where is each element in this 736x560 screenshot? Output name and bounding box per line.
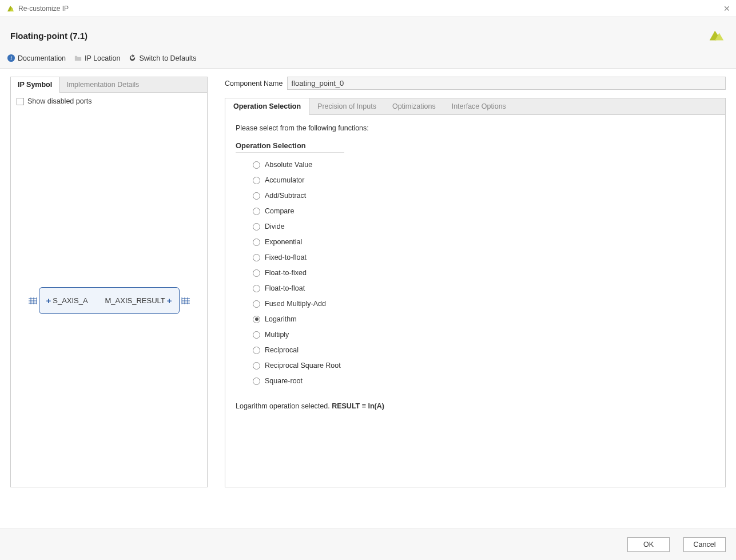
tab-operation-selection[interactable]: Operation Selection: [225, 98, 309, 115]
documentation-button[interactable]: i Documentation: [7, 54, 66, 62]
tab-ip-symbol[interactable]: IP Symbol: [11, 77, 59, 93]
radio-icon: [253, 239, 260, 246]
radio-icon: [253, 285, 260, 292]
radio-icon: [253, 347, 260, 354]
config-body: Please select from the following functio…: [225, 115, 725, 419]
switch-defaults-label: Switch to Defaults: [139, 54, 196, 62]
bus-rail-right-icon: [180, 296, 190, 306]
radio-icon: [253, 331, 260, 339]
right-panel: Component Name Operation Selection Preci…: [225, 77, 726, 487]
operation-label: Multiply: [265, 331, 289, 339]
svg-text:i: i: [10, 55, 12, 61]
radio-icon: [253, 378, 260, 385]
checkbox-icon: [17, 98, 24, 105]
switch-defaults-button[interactable]: Switch to Defaults: [128, 54, 196, 62]
operation-radio-square-root[interactable]: Square-root: [253, 377, 715, 385]
operation-label: Logarithm: [265, 315, 297, 323]
ip-block: + S_AXIS_A M_AXIS_RESULT +: [39, 287, 180, 314]
radio-icon: [253, 362, 260, 370]
operation-radio-accumulator[interactable]: Accumulator: [253, 176, 715, 184]
left-tabbar: IP Symbol Implementation Details: [11, 77, 207, 93]
operation-radio-fused-multiply-add[interactable]: Fused Multiply-Add: [253, 300, 715, 308]
operation-radio-compare[interactable]: Compare: [253, 207, 715, 215]
radio-icon: [253, 316, 260, 323]
radio-icon: [253, 161, 260, 169]
radio-icon: [253, 177, 260, 184]
bus-rail-left-icon: [29, 296, 39, 306]
component-name-input[interactable]: [287, 77, 726, 90]
operation-radio-reciprocal[interactable]: Reciprocal: [253, 346, 715, 354]
operation-radio-logarithm[interactable]: Logarithm: [253, 315, 715, 323]
tab-implementation-details[interactable]: Implementation Details: [59, 77, 146, 92]
ok-button[interactable]: OK: [627, 537, 670, 552]
footer: OK Cancel: [0, 529, 736, 560]
operation-label: Float-to-float: [265, 284, 305, 292]
refresh-icon: [128, 54, 137, 62]
operation-label: Divide: [265, 223, 285, 231]
operation-label: Accumulator: [265, 176, 304, 184]
operation-radio-multiply[interactable]: Multiply: [253, 331, 715, 339]
instruction-text: Please select from the following functio…: [236, 124, 715, 132]
operation-label: Exponential: [265, 238, 302, 246]
page-title: Floating-point (7.1): [10, 31, 87, 41]
config-panel: Operation Selection Precision of Inputs …: [225, 98, 726, 487]
operation-label: Absolute Value: [265, 161, 312, 169]
operation-label: Fused Multiply-Add: [265, 300, 326, 308]
operation-radio-divide[interactable]: Divide: [253, 223, 715, 231]
vendor-logo-icon: [707, 27, 726, 43]
titlebar: Re-customize IP ✕: [0, 0, 736, 17]
show-disabled-ports-label: Show disabled ports: [27, 97, 92, 105]
operation-label: Add/Subtract: [265, 192, 306, 200]
tab-optimizations[interactable]: Optimizations: [384, 98, 444, 114]
input-port[interactable]: + S_AXIS_A: [46, 296, 88, 305]
folder-icon: [74, 54, 82, 62]
expand-icon: +: [167, 296, 172, 305]
input-port-label: S_AXIS_A: [53, 296, 87, 305]
left-body: Show disabled ports + S_AXIS_A M_AXIS_RE…: [11, 93, 207, 487]
documentation-label: Documentation: [18, 54, 66, 62]
radio-icon: [253, 269, 260, 277]
operation-radio-exponential[interactable]: Exponential: [253, 238, 715, 246]
cancel-button[interactable]: Cancel: [683, 537, 726, 552]
radio-icon: [253, 223, 260, 231]
left-panel: IP Symbol Implementation Details Show di…: [10, 77, 208, 487]
radio-icon: [253, 192, 260, 200]
operation-label: Float-to-fixed: [265, 269, 307, 277]
window-title: Re-customize IP: [18, 5, 69, 13]
show-disabled-ports-checkbox[interactable]: Show disabled ports: [17, 97, 201, 105]
result-prefix: Logarithm operation selected.: [236, 402, 332, 410]
operation-radio-add-subtract[interactable]: Add/Subtract: [253, 192, 715, 200]
expand-icon: +: [46, 296, 51, 305]
ip-location-label: IP Location: [85, 54, 120, 62]
ip-location-button[interactable]: IP Location: [74, 54, 120, 62]
operation-radio-absolute-value[interactable]: Absolute Value: [253, 161, 715, 169]
operation-radio-group: Absolute ValueAccumulatorAdd/SubtractCom…: [236, 161, 715, 385]
operation-radio-float-to-fixed[interactable]: Float-to-fixed: [253, 269, 715, 277]
header-area: Floating-point (7.1) i Documentation IP …: [0, 17, 736, 69]
operation-label: Square-root: [265, 377, 303, 385]
selection-result-text: Logarithm operation selected. RESULT = l…: [236, 402, 715, 410]
output-port-label: M_AXIS_RESULT: [105, 296, 165, 305]
close-icon[interactable]: ✕: [723, 4, 730, 13]
operation-radio-reciprocal-square-root[interactable]: Reciprocal Square Root: [253, 362, 715, 370]
operation-radio-fixed-to-float[interactable]: Fixed-to-float: [253, 253, 715, 261]
radio-icon: [253, 254, 260, 261]
output-port[interactable]: M_AXIS_RESULT +: [105, 296, 172, 305]
operation-group-label: Operation Selection: [236, 141, 344, 153]
operation-label: Reciprocal: [265, 346, 299, 354]
tab-precision-of-inputs[interactable]: Precision of Inputs: [309, 98, 384, 114]
info-icon: i: [7, 54, 15, 62]
radio-icon: [253, 300, 260, 308]
component-name-label: Component Name: [225, 80, 283, 88]
operation-label: Reciprocal Square Root: [265, 362, 341, 370]
toolbar: i Documentation IP Location Switch to De…: [0, 50, 736, 68]
ip-symbol-diagram: + S_AXIS_A M_AXIS_RESULT +: [11, 287, 207, 314]
operation-label: Fixed-to-float: [265, 253, 307, 261]
operation-radio-float-to-float[interactable]: Float-to-float: [253, 284, 715, 292]
tab-interface-options[interactable]: Interface Options: [444, 98, 514, 114]
app-icon: [6, 4, 15, 13]
component-name-row: Component Name: [225, 77, 726, 90]
config-tabbar: Operation Selection Precision of Inputs …: [225, 98, 725, 115]
result-formula: RESULT = ln(A): [332, 402, 384, 410]
main-area: IP Symbol Implementation Details Show di…: [0, 69, 736, 498]
